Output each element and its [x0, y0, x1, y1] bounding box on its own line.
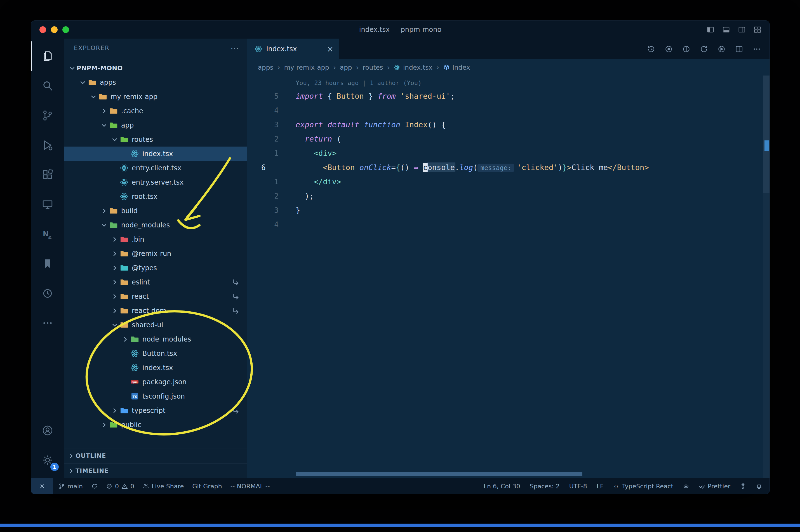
tree-item-typescript[interactable]: typescript	[64, 403, 247, 418]
activity-time-tracker[interactable]	[31, 279, 64, 308]
file-history-button[interactable]	[647, 45, 655, 53]
code-line[interactable]: 6 <Button onClick={() ⇒ console.log(mess…	[247, 160, 769, 174]
vertical-scrollbar[interactable]	[763, 76, 769, 478]
more-actions-button[interactable]	[753, 45, 761, 53]
run-file-button[interactable]	[717, 45, 726, 53]
activity-extensions[interactable]	[31, 160, 64, 190]
tree-item-root-tsx[interactable]: root.tsx	[64, 189, 247, 204]
activity-source-control[interactable]	[31, 101, 64, 130]
tree-item-entry-server-tsx[interactable]: entry.server.tsx	[64, 175, 247, 189]
tree-item-shared-ui[interactable]: shared-ui	[64, 318, 247, 332]
xremote-icon	[39, 483, 45, 490]
code-area[interactable]: You, 23 hours ago | 1 author (You) 5impo…	[247, 76, 769, 478]
breadcrumb-routes[interactable]: routes	[363, 64, 383, 71]
tree-item-entry-client-tsx[interactable]: entry.client.tsx	[64, 161, 247, 175]
minimize-window-button[interactable]	[51, 26, 58, 33]
tree-item-app[interactable]: app	[64, 118, 247, 132]
tree-item-eslint[interactable]: eslint	[64, 275, 247, 289]
tree-item-build[interactable]: build	[64, 204, 247, 218]
chevron-right-icon	[110, 235, 119, 244]
section-timeline[interactable]: TIMELINE	[64, 463, 247, 478]
section-outline[interactable]: OUTLINE	[64, 448, 247, 463]
code-line[interactable]: 3}	[247, 203, 769, 217]
tree-item-apps[interactable]: apps	[64, 75, 247, 90]
activity-remote-explorer[interactable]	[31, 190, 64, 219]
tree-item-package-json[interactable]: npmpackage.json	[64, 375, 247, 389]
code-line[interactable]: 2 return (	[247, 132, 769, 146]
activity-accounts[interactable]	[31, 416, 64, 445]
status-git-graph[interactable]: Git Graph	[192, 483, 222, 490]
status-eol[interactable]: LF	[597, 483, 604, 490]
panel-left-button[interactable]	[706, 25, 715, 34]
tree-item-node-modules[interactable]: node_modules	[64, 218, 247, 232]
title-bar[interactable]: index.tsx — pnpm-mono	[31, 21, 769, 39]
breadcrumb-apps[interactable]: apps	[258, 64, 273, 71]
code-line[interactable]: 4	[247, 217, 769, 232]
split-editor-button[interactable]	[735, 45, 743, 53]
horizontal-scrollbar-thumb[interactable]	[296, 472, 583, 476]
twisty-spacer	[121, 392, 130, 401]
activity-search[interactable]	[31, 71, 64, 101]
zoom-window-button[interactable]	[62, 26, 69, 33]
activity-more-views[interactable]	[31, 308, 64, 338]
explorer-actions-button[interactable]: ⋯	[230, 43, 239, 53]
code-line[interactable]: 1 <div>	[247, 146, 769, 160]
code-line[interactable]: 2 );	[247, 189, 769, 203]
editor-group: index.tsx × apps›my-remix-app›app›routes…	[247, 39, 769, 478]
status-prettier[interactable]: Prettier	[699, 483, 730, 490]
tree-item-cache[interactable]: .cache	[64, 104, 247, 118]
tree-item-pnpm-mono[interactable]: PNPM-MONO	[64, 61, 247, 75]
code-line[interactable]: 3export default function Index() {	[247, 117, 769, 132]
code-line[interactable]: 4	[247, 103, 769, 117]
activity-explorer[interactable]	[31, 41, 64, 71]
tree-item-button-tsx[interactable]: Button.tsx	[64, 346, 247, 361]
status-notifications[interactable]	[756, 483, 762, 490]
tree-item-my-remix-app[interactable]: my-remix-app	[64, 90, 247, 104]
status-indentation[interactable]: Spaces: 2	[530, 483, 560, 490]
tab-index-tsx[interactable]: index.tsx ×	[247, 39, 339, 59]
tree-item-remix-run[interactable]: @remix-run	[64, 246, 247, 261]
breadcrumb-app[interactable]: app	[340, 64, 352, 71]
tree-item-react-dom[interactable]: react-dom	[64, 303, 247, 318]
tab-close-button[interactable]: ×	[327, 44, 334, 54]
tree-item-public[interactable]: public	[64, 418, 247, 432]
breadcrumb-index-tsx[interactable]: index.tsx	[394, 64, 433, 71]
tree-item-routes[interactable]: routes	[64, 132, 247, 147]
toggle-blame-button[interactable]	[664, 45, 673, 53]
status-copilot[interactable]	[683, 483, 689, 490]
activity-run-debug[interactable]	[31, 130, 64, 160]
tree-item-label: typescript	[132, 407, 166, 415]
code-line[interactable]: 1 </div>	[247, 174, 769, 189]
tree-item-index-tsx[interactable]: index.tsx	[64, 147, 247, 161]
tree-item-node-modules[interactable]: node_modules	[64, 332, 247, 346]
close-window-button[interactable]	[39, 26, 46, 33]
status-vim-mode[interactable]: -- NORMAL --	[230, 483, 270, 490]
code-line[interactable]: 5import { Button } from 'shared-ui';	[247, 89, 769, 103]
open-changes-button[interactable]	[700, 45, 708, 53]
status-sync-status[interactable]	[91, 483, 98, 490]
tree-item-bin[interactable]: .bin	[64, 232, 247, 246]
layout-grid-button[interactable]	[753, 25, 762, 34]
gitlens-blame-annotation[interactable]: You, 23 hours ago | 1 author (You)	[296, 77, 769, 89]
breadcrumb-my-remix-app[interactable]: my-remix-app	[284, 64, 329, 71]
tree-item-react[interactable]: react	[64, 289, 247, 303]
tree-item-index-tsx[interactable]: index.tsx	[64, 361, 247, 375]
status-remote-indicator[interactable]	[31, 478, 53, 494]
activity-nx-console[interactable]: N≥	[31, 219, 64, 249]
panel-right-button[interactable]	[738, 25, 746, 34]
activity-settings[interactable]: 1	[31, 445, 64, 475]
tree-item-tsconfig-json[interactable]: TStsconfig.json	[64, 389, 247, 403]
status-encoding[interactable]: UTF-8	[569, 483, 587, 490]
vertical-scrollbar-thumb[interactable]	[763, 76, 769, 193]
status-cursor-position[interactable]: Ln 6, Col 30	[484, 483, 520, 490]
panel-bottom-button[interactable]	[722, 25, 730, 34]
breadcrumb-index[interactable]: Index	[443, 64, 470, 71]
compare-changes-button[interactable]	[682, 45, 691, 53]
status-live-share[interactable]: Live Share	[142, 483, 184, 490]
status-git-branch[interactable]: main	[58, 483, 83, 490]
activity-bookmarks[interactable]	[31, 249, 64, 279]
status-problems[interactable]: 00	[106, 483, 134, 490]
status-language-mode[interactable]: {}TypeScript React	[613, 483, 673, 490]
tree-item-types[interactable]: @types	[64, 261, 247, 275]
status-remote-tower[interactable]	[740, 483, 746, 490]
